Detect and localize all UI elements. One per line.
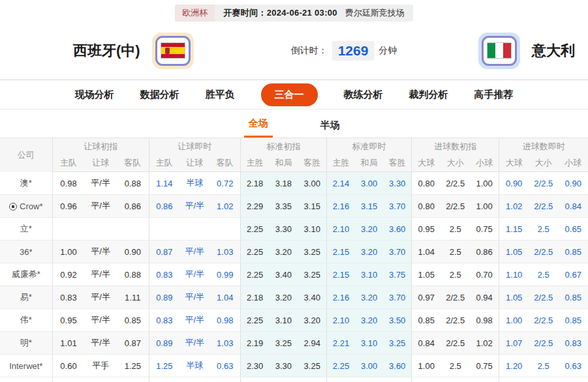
odds-cell: 2/2.5 bbox=[441, 172, 470, 195]
odds-cell: 0.75 bbox=[470, 218, 499, 241]
odds-cell: 3.15 bbox=[355, 195, 383, 218]
company-cell[interactable]: 易* bbox=[0, 286, 52, 309]
odds-cell: 1.02 bbox=[470, 332, 499, 355]
table-row-cutoff bbox=[0, 377, 588, 382]
odds-cell: 0.84 bbox=[412, 332, 441, 355]
period-subtabs: 全场半场 bbox=[0, 110, 588, 138]
subtab-2[interactable]: 半场 bbox=[316, 119, 345, 138]
odds-cell: 3.20 bbox=[355, 286, 383, 309]
odds-cell: 平/半 bbox=[84, 286, 116, 309]
league-badge[interactable]: 欧洲杯 bbox=[175, 5, 215, 22]
odds-cell: 3.30 bbox=[269, 355, 298, 377]
away-flag-border bbox=[482, 36, 517, 66]
home-flag-frame bbox=[152, 33, 194, 69]
odds-cell: 0.72 bbox=[210, 172, 241, 195]
odds-cell: 平手 bbox=[84, 355, 116, 377]
odds-cell: 0.86 bbox=[117, 195, 149, 218]
company-cell[interactable]: 澳* bbox=[0, 172, 52, 195]
odds-cell: 0.85 bbox=[559, 286, 588, 309]
odds-cell: 3.70 bbox=[383, 286, 411, 309]
odds-cell: 1.15 bbox=[499, 218, 529, 241]
odds-cell bbox=[355, 377, 383, 382]
away-flag-frame bbox=[478, 33, 520, 69]
odds-cell: 3.20 bbox=[298, 309, 326, 332]
odds-cell: 0.96 bbox=[52, 195, 84, 218]
odds-cell: 2.15 bbox=[327, 241, 355, 263]
nav-tab-3[interactable]: 胜平负 bbox=[206, 89, 235, 101]
odds-cell: 2/2.5 bbox=[441, 195, 470, 218]
company-cell[interactable]: 明* bbox=[0, 332, 52, 355]
nav-tab-4[interactable]: 三合一 bbox=[261, 83, 318, 106]
company-cell[interactable]: 立* bbox=[0, 218, 52, 241]
odds-cell: 1.00 bbox=[52, 241, 84, 263]
group-header: 让球初指 bbox=[52, 138, 149, 155]
sub-column-header: 大球 bbox=[499, 155, 529, 172]
odds-cell: 3.25 bbox=[269, 332, 298, 355]
countdown: 倒计时： 1269 分钟 bbox=[291, 41, 397, 61]
sub-column-header: 客队 bbox=[117, 155, 149, 172]
odds-cell: 1.00 bbox=[470, 172, 499, 195]
odds-cell: 0.90 bbox=[559, 172, 588, 195]
odds-cell bbox=[84, 377, 116, 382]
odds-cell: 2.10 bbox=[327, 218, 355, 241]
odds-cell: 3.40 bbox=[298, 286, 326, 309]
odds-cell: 0.94 bbox=[470, 286, 499, 309]
nav-tab-7[interactable]: 高手推荐 bbox=[474, 89, 514, 101]
odds-cell: 2.5 bbox=[529, 355, 558, 377]
subtab-1[interactable]: 全场 bbox=[244, 117, 273, 138]
odds-cell: 0.86 bbox=[149, 195, 179, 218]
odds-cell: 2.5 bbox=[529, 218, 558, 241]
odds-cell bbox=[179, 377, 210, 382]
nav-tab-2[interactable]: 数据分析 bbox=[140, 89, 179, 101]
odds-cell: 2.18 bbox=[240, 172, 269, 195]
nav-tab-6[interactable]: 裁判分析 bbox=[409, 89, 448, 101]
odds-cell: 3.35 bbox=[269, 195, 298, 218]
table-row: Crow*0.96平/半0.860.86平/半1.022.293.353.152… bbox=[0, 195, 588, 218]
odds-cell: 1.07 bbox=[499, 332, 529, 355]
odds-cell: 1.03 bbox=[210, 241, 241, 263]
odds-cell bbox=[210, 218, 241, 241]
company-cell[interactable]: 伟* bbox=[0, 309, 52, 332]
odds-cell: 2/2.5 bbox=[529, 286, 558, 309]
company-cell[interactable]: 威廉希* bbox=[0, 263, 52, 286]
company-cell[interactable]: 36* bbox=[0, 241, 52, 263]
odds-cell: 1.05 bbox=[499, 286, 529, 309]
odds-cell: 3.00 bbox=[355, 172, 383, 195]
odds-cell: 2.5 bbox=[441, 218, 470, 241]
table-row: Interwet*0.60平手1.251.25半球0.632.303.303.2… bbox=[0, 355, 588, 377]
odds-cell: 3.40 bbox=[269, 263, 298, 286]
analysis-nav: 现场分析数据分析胜平负三合一教练分析裁判分析高手推荐 bbox=[0, 80, 588, 110]
odds-cell: 0.98 bbox=[52, 172, 84, 195]
company-cell[interactable]: Crow* bbox=[0, 195, 52, 218]
odds-cell: 平/半 bbox=[84, 263, 116, 286]
odds-cell: 2.14 bbox=[327, 172, 355, 195]
odds-cell: 2.19 bbox=[240, 332, 269, 355]
italy-flag-icon bbox=[487, 42, 512, 59]
nav-tab-1[interactable]: 现场分析 bbox=[75, 89, 114, 101]
odds-cell: 0.98 bbox=[470, 309, 499, 332]
odds-cell: 0.89 bbox=[149, 286, 179, 309]
odds-cell: 3.25 bbox=[298, 241, 326, 263]
odds-cell: 0.86 bbox=[470, 241, 499, 263]
odds-cell: 1.04 bbox=[210, 286, 241, 309]
odds-cell: 1.14 bbox=[149, 172, 179, 195]
odds-cell: 1.10 bbox=[499, 263, 529, 286]
odds-cell: 1.25 bbox=[149, 355, 179, 377]
odds-cell: 1.03 bbox=[210, 332, 241, 355]
sub-column-header: 主队 bbox=[149, 155, 179, 172]
odds-cell: 1.02 bbox=[499, 195, 529, 218]
odds-cell: 0.83 bbox=[559, 332, 588, 355]
home-flag-border bbox=[155, 36, 191, 66]
odds-cell: 3.25 bbox=[383, 332, 411, 355]
odds-cell: 1.01 bbox=[52, 332, 84, 355]
odds-cell: 3.75 bbox=[383, 263, 411, 286]
odds-cell bbox=[149, 218, 179, 241]
odds-cell: 3.25 bbox=[298, 263, 326, 286]
company-cell[interactable]: Interwet* bbox=[0, 355, 52, 377]
odds-cell: 3.10 bbox=[269, 309, 298, 332]
nav-tab-5[interactable]: 教练分析 bbox=[344, 89, 383, 101]
odds-cell bbox=[298, 377, 326, 382]
sub-column-header: 大球 bbox=[412, 155, 441, 172]
odds-cell: 0.85 bbox=[559, 241, 588, 263]
sub-column-header: 主队 bbox=[52, 155, 84, 172]
